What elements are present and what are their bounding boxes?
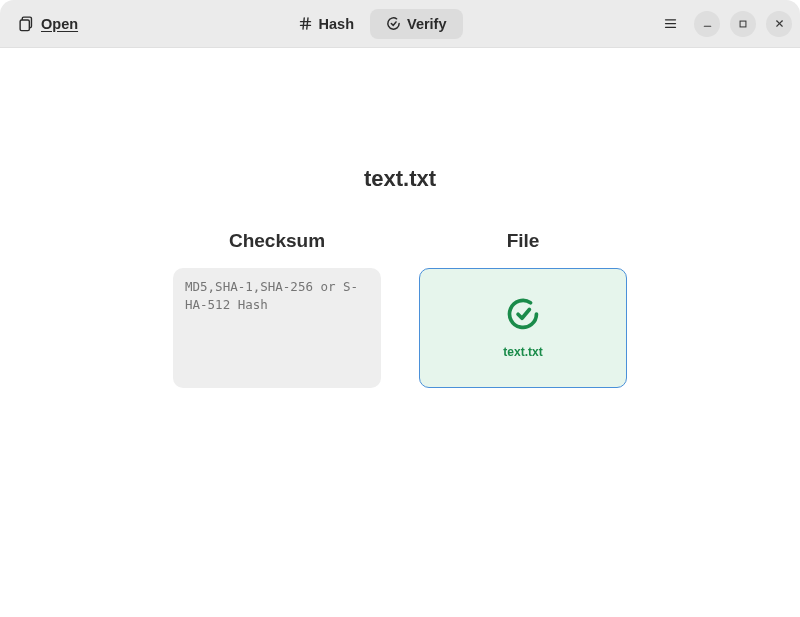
window-controls (656, 10, 792, 38)
tab-switcher: Hash Verify (96, 9, 648, 39)
maximize-button[interactable] (730, 11, 756, 37)
open-button[interactable]: Open (8, 9, 88, 38)
svg-line-5 (306, 18, 307, 29)
verify-columns: Checksum File text.txt (173, 230, 627, 388)
hamburger-icon (663, 16, 678, 31)
close-button[interactable] (766, 11, 792, 37)
checksum-heading: Checksum (229, 230, 325, 252)
selected-file-name: text.txt (503, 345, 542, 359)
minimize-button[interactable] (694, 11, 720, 37)
verify-icon (386, 16, 401, 31)
main-content: text.txt Checksum File text.txt (0, 48, 800, 617)
tab-verify-label: Verify (407, 16, 447, 32)
file-drop-target[interactable]: text.txt (419, 268, 627, 388)
open-label: Open (41, 16, 78, 32)
file-column: File text.txt (419, 230, 627, 388)
close-icon (774, 18, 785, 29)
svg-rect-1 (20, 20, 29, 31)
page-title: text.txt (364, 166, 436, 192)
maximize-icon (738, 19, 748, 29)
tab-hash-label: Hash (319, 16, 354, 32)
menu-button[interactable] (656, 10, 684, 38)
header-bar: Open Hash (0, 0, 800, 48)
open-file-icon (18, 15, 35, 32)
svg-rect-10 (740, 21, 746, 27)
minimize-icon (702, 18, 713, 29)
tab-verify[interactable]: Verify (370, 9, 463, 39)
hash-icon (298, 16, 313, 31)
tab-hash[interactable]: Hash (282, 9, 370, 39)
checksum-column: Checksum (173, 230, 381, 388)
file-heading: File (507, 230, 540, 252)
checksum-input[interactable] (173, 268, 381, 388)
check-circle-icon (506, 297, 540, 331)
svg-line-4 (303, 18, 304, 29)
